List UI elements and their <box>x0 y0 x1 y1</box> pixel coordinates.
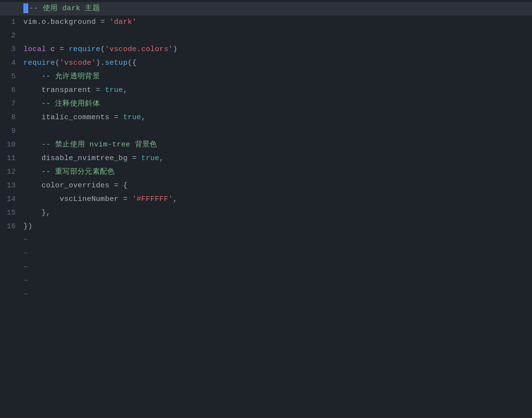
line-content: -- 重写部分元素配色 <box>23 165 532 179</box>
code-line-highlight: -- 使用 dark 主题 <box>0 2 532 16</box>
token: color_overrides = { <box>23 182 128 190</box>
tilde-line-2: ~ <box>0 247 532 261</box>
code-line-15: 15 }, <box>0 206 532 220</box>
token: true <box>105 86 123 94</box>
code-line-7: 7 -- 注释使用斜体 <box>0 97 532 111</box>
token <box>23 168 41 176</box>
tilde-content: ~ <box>23 234 532 247</box>
code-line-10: 10 -- 禁止使用 nvim-tree 背景色 <box>0 138 532 152</box>
token: = <box>96 18 110 26</box>
line-number: 3 <box>0 43 23 56</box>
line-number: 10 <box>0 138 23 152</box>
line-content: -- 注释使用斜体 <box>23 97 532 111</box>
code-line-1: 1 vim.o.background = 'dark' <box>0 16 532 29</box>
token: -- 允许透明背景 <box>41 73 100 81</box>
line-number: 6 <box>0 84 23 97</box>
line-content: -- 允许透明背景 <box>23 70 532 84</box>
token: disable_nvimtree_bg = <box>23 154 141 163</box>
token: require <box>69 45 100 54</box>
line-number: 15 <box>0 206 23 220</box>
line-number: 2 <box>0 29 23 43</box>
code-line-6: 6 transparent = true, <box>0 84 532 97</box>
code-line-3: 3 local c = require('vscode.colors') <box>0 43 532 56</box>
code-line-14: 14 vscLineNumber = '#FFFFFF', <box>0 193 532 206</box>
line-number: 4 <box>0 56 23 70</box>
line-content: color_overrides = { <box>23 179 532 193</box>
comment-token: -- 使用 dark 主题 <box>29 4 100 13</box>
code-line-5: 5 -- 允许透明背景 <box>0 70 532 84</box>
token: require <box>23 59 55 67</box>
line-number: 9 <box>0 125 23 138</box>
line-number: 11 <box>0 152 23 165</box>
token: c = <box>46 45 69 54</box>
code-line-4: 4 require('vscode').setup({ <box>0 56 532 70</box>
token <box>23 73 41 81</box>
token: }) <box>23 222 33 231</box>
token: -- 禁止使用 nvim-tree 背景色 <box>41 141 157 149</box>
code-line-12: 12 -- 重写部分元素配色 <box>0 165 532 179</box>
code-area: -- 使用 dark 主题 1 vim.o.background = 'dark… <box>0 0 532 418</box>
token <box>23 100 41 108</box>
line-number: 7 <box>0 97 23 111</box>
line-number: 1 <box>0 16 23 29</box>
line-content: local c = require('vscode.colors') <box>23 43 532 56</box>
token: 'dark' <box>110 18 137 26</box>
line-number: 5 <box>0 70 23 84</box>
tilde-content: ~ <box>23 261 532 274</box>
line-content: italic_comments = true, <box>23 111 532 125</box>
token: ). <box>96 59 105 67</box>
line-number: 13 <box>0 179 23 193</box>
line-number: 16 <box>0 220 23 234</box>
token: local <box>23 45 46 54</box>
token: , <box>123 86 128 94</box>
tilde-line-5: ~ <box>0 288 532 302</box>
line-number: 8 <box>0 111 23 125</box>
token: , <box>141 113 146 122</box>
tilde-line-4: ~ <box>0 274 532 288</box>
code-line-11: 11 disable_nvimtree_bg = true, <box>0 152 532 165</box>
token: true <box>123 113 141 122</box>
tilde-line-3: ~ <box>0 261 532 274</box>
code-editor: -- 使用 dark 主题 1 vim.o.background = 'dark… <box>0 0 532 418</box>
token: true <box>141 154 159 163</box>
tilde-line-1: ~ <box>0 234 532 247</box>
line-content: }, <box>23 206 532 220</box>
line-number: 14 <box>0 193 23 206</box>
line-content: -- 禁止使用 nvim-tree 背景色 <box>23 138 532 152</box>
token: '#FFFFFF' <box>132 195 173 203</box>
token: }, <box>23 209 51 217</box>
token: 'vscode' <box>59 59 95 67</box>
token: vscLineNumber = <box>23 195 132 203</box>
tilde-content: ~ <box>23 274 532 288</box>
code-line-8: 8 italic_comments = true, <box>0 111 532 125</box>
token: vim.o. <box>23 18 51 26</box>
token: setup <box>105 59 128 67</box>
code-line-2: 2 <box>0 29 532 43</box>
line-number: 12 <box>0 165 23 179</box>
token: -- 注释使用斜体 <box>41 100 100 108</box>
code-line-9: 9 <box>0 125 532 138</box>
code-line-16: 16 }) <box>0 220 532 234</box>
tilde-content: ~ <box>23 247 532 261</box>
token: transparent = <box>23 86 105 94</box>
line-content: transparent = true, <box>23 84 532 97</box>
line-content: require('vscode').setup({ <box>23 56 532 70</box>
token: background <box>51 18 96 26</box>
line-content-1: -- 使用 dark 主题 <box>23 2 532 16</box>
code-line-13: 13 color_overrides = { <box>0 179 532 193</box>
line-content: disable_nvimtree_bg = true, <box>23 152 532 165</box>
line-content: }) <box>23 220 532 234</box>
token: italic_comments = <box>23 113 123 122</box>
line-content: vim.o.background = 'dark' <box>23 16 532 29</box>
line-content: vscLineNumber = '#FFFFFF', <box>23 193 532 206</box>
text-cursor <box>23 3 28 13</box>
token: ({ <box>128 59 137 67</box>
token: , <box>173 195 177 203</box>
token: , <box>159 154 164 163</box>
token: -- 重写部分元素配色 <box>41 168 114 176</box>
token: 'vscode.colors' <box>105 45 173 54</box>
token <box>23 141 41 149</box>
token: ) <box>173 45 177 54</box>
tilde-content: ~ <box>23 288 532 302</box>
